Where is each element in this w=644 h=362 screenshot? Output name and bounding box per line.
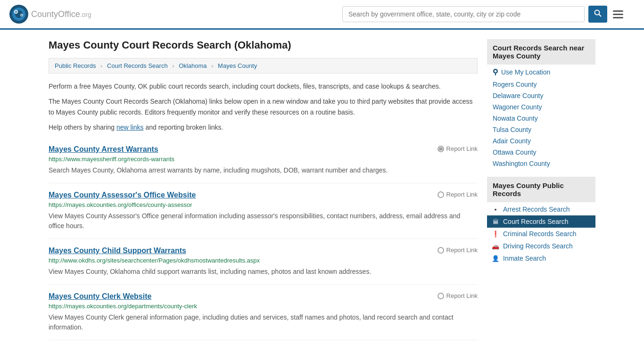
- nearby-county-item: Wagoner County: [487, 101, 595, 113]
- criminal-records-link[interactable]: Criminal Records Search: [503, 230, 577, 238]
- result-title-1[interactable]: Mayes County Arrest Warrants: [49, 145, 158, 154]
- main-content: Mayes County Court Records Search (Oklah…: [49, 39, 478, 340]
- ottawa-county-link[interactable]: Ottawa County: [493, 148, 537, 156]
- nearby-county-item: Washington County: [487, 158, 595, 169]
- link-icon: [437, 145, 445, 153]
- pub-rec-inmate[interactable]: 👤 Inmate Search: [487, 252, 595, 264]
- arrest-records-link[interactable]: Arrest Records Search: [503, 206, 570, 213]
- pub-rec-criminal[interactable]: ❗ Criminal Records Search: [487, 228, 595, 240]
- description-1: Perform a free Mayes County, OK public c…: [49, 81, 478, 91]
- svg-line-8: [599, 15, 602, 17]
- search-button[interactable]: [588, 6, 607, 23]
- pub-rec-arrest[interactable]: ▪ Arrest Records Search: [487, 203, 595, 215]
- search-area: [342, 6, 625, 23]
- description-3: Help others by sharing new links and rep…: [49, 122, 478, 132]
- use-location-link[interactable]: Use My Location: [501, 68, 550, 76]
- report-link-3[interactable]: Report Link: [437, 247, 478, 254]
- svg-point-4: [15, 11, 17, 13]
- result-url-3: http://www.okdhs.org/sites/searchcenter/…: [49, 257, 478, 264]
- link-icon: [437, 247, 445, 254]
- nearby-county-item: Delaware County: [487, 90, 595, 101]
- inmate-icon: 👤: [492, 255, 499, 262]
- court-icon: 🏛: [492, 218, 499, 225]
- driving-records-link[interactable]: Driving Records Search: [503, 242, 573, 250]
- nearby-header: Court Records Search near Mayes County: [487, 39, 595, 65]
- pub-rec-header: Mayes County Public Records: [487, 177, 595, 202]
- report-link-2[interactable]: Report Link: [437, 191, 478, 198]
- search-icon: [594, 9, 602, 17]
- tulsa-county-link[interactable]: Tulsa County: [493, 126, 531, 133]
- arrest-icon: ▪: [492, 206, 499, 213]
- public-records-section: Mayes County Public Records ▪ Arrest Rec…: [487, 177, 595, 264]
- new-links-link[interactable]: new links: [116, 123, 144, 131]
- result-desc-2: View Mayes County Assessor's Office gene…: [49, 211, 478, 231]
- nowata-county-link[interactable]: Nowata County: [493, 115, 538, 122]
- driving-icon: 🚗: [492, 242, 499, 250]
- result-url-2: https://mayes.okcounties.org/offices/cou…: [49, 201, 478, 208]
- delaware-county-link[interactable]: Delaware County: [493, 92, 543, 99]
- breadcrumb-court-records-search[interactable]: Court Records Search: [107, 62, 168, 69]
- svg-point-12: [438, 293, 444, 299]
- logo-icon: [9, 5, 28, 24]
- nearby-list: Use My Location Rogers County Delaware C…: [487, 66, 595, 169]
- rogers-county-link[interactable]: Rogers County: [493, 81, 537, 88]
- breadcrumb-public-records[interactable]: Public Records: [55, 62, 96, 69]
- report-link-1[interactable]: Report Link: [437, 145, 478, 153]
- breadcrumb-oklahoma[interactable]: Oklahoma: [179, 62, 206, 69]
- pub-rec-driving[interactable]: 🚗 Driving Records Search: [487, 240, 595, 252]
- washington-county-link[interactable]: Washington County: [493, 160, 550, 167]
- result-desc-1: Search Mayes County, Oklahoma arrest war…: [49, 165, 478, 175]
- search-input[interactable]: [342, 6, 585, 22]
- nearby-section: Court Records Search near Mayes County U…: [487, 39, 595, 169]
- logo[interactable]: CountyOffice.org: [9, 5, 91, 24]
- nearby-county-item: Rogers County: [487, 79, 595, 90]
- svg-point-6: [21, 15, 23, 16]
- result-url-4: https://mayes.okcounties.org/departments…: [49, 303, 478, 310]
- page-title: Mayes County Court Records Search (Oklah…: [49, 39, 478, 51]
- result-item: Mayes County Clerk Website Report Link h…: [49, 285, 478, 340]
- pub-rec-court[interactable]: 🏛 Court Records Search: [487, 215, 595, 228]
- site-header: CountyOffice.org: [0, 0, 644, 30]
- sidebar: Court Records Search near Mayes County U…: [487, 39, 595, 340]
- report-link-4[interactable]: Report Link: [437, 292, 478, 300]
- inmate-search-link[interactable]: Inmate Search: [503, 255, 546, 262]
- result-title-2[interactable]: Mayes County Assessor's Office Website: [49, 191, 196, 199]
- result-desc-3: View Mayes County, Oklahoma child suppor…: [49, 267, 478, 277]
- use-location-item[interactable]: Use My Location: [487, 66, 595, 79]
- svg-point-7: [595, 10, 600, 15]
- nearby-county-item: Adair County: [487, 135, 595, 147]
- nearby-county-item: Nowata County: [487, 113, 595, 124]
- logo-text: CountyOffice.org: [31, 9, 91, 19]
- nearby-county-item: Tulsa County: [487, 124, 595, 135]
- svg-point-10: [438, 192, 444, 197]
- result-title-4[interactable]: Mayes County Clerk Website: [49, 292, 151, 301]
- main-container: Mayes County Court Records Search (Oklah…: [39, 30, 605, 350]
- nearby-county-item: Ottawa County: [487, 147, 595, 158]
- menu-button[interactable]: [611, 8, 625, 20]
- criminal-icon: ❗: [492, 230, 499, 238]
- adair-county-link[interactable]: Adair County: [493, 137, 531, 145]
- link-icon: [437, 191, 445, 198]
- breadcrumb: Public Records › Court Records Search › …: [49, 58, 478, 74]
- location-icon: [493, 68, 498, 76]
- pub-rec-list: ▪ Arrest Records Search 🏛 Court Records …: [487, 203, 595, 264]
- result-title-3[interactable]: Mayes County Child Support Warrants: [49, 247, 186, 255]
- court-records-link[interactable]: Court Records Search: [503, 218, 569, 225]
- results-list: Mayes County Arrest Warrants Report Link…: [49, 138, 478, 340]
- svg-point-11: [438, 247, 444, 253]
- svg-point-14: [495, 70, 497, 73]
- description-2: The Mayes County Court Records Search (O…: [49, 96, 478, 117]
- wagoner-county-link[interactable]: Wagoner County: [493, 103, 542, 111]
- result-url-1: https://www.mayessheriff.org/records-war…: [49, 156, 478, 163]
- link-icon: [437, 292, 445, 300]
- result-item: Mayes County Child Support Warrants Repo…: [49, 239, 478, 285]
- result-item: Mayes County Assessor's Office Website R…: [49, 183, 478, 239]
- result-item: Mayes County Arrest Warrants Report Link…: [49, 138, 478, 183]
- breadcrumb-mayes-county[interactable]: Mayes County: [218, 62, 257, 69]
- result-desc-4: View Mayes County Clerk general informat…: [49, 313, 478, 332]
